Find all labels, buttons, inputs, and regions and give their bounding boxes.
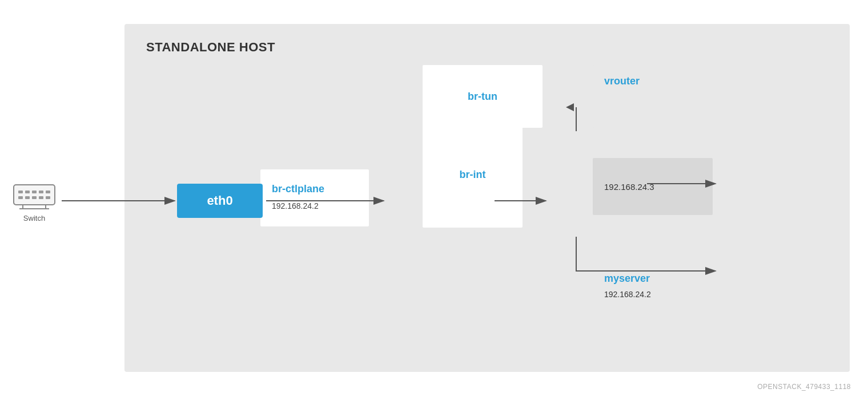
brtun-label: br-tun <box>468 91 497 103</box>
svg-rect-6 <box>18 196 23 199</box>
svg-rect-8 <box>32 196 37 199</box>
vrouter-label: vrouter <box>604 75 640 87</box>
svg-rect-7 <box>25 196 30 199</box>
vrouter-ip: 192.168.24.3 <box>604 182 654 192</box>
vrouter-box: vrouter <box>593 65 713 128</box>
switch-element: Switch <box>11 179 57 222</box>
svg-rect-5 <box>46 191 50 193</box>
brint-label: br-int <box>460 169 486 181</box>
switch-label: Switch <box>23 214 45 222</box>
svg-rect-0 <box>14 185 55 205</box>
myserver-label: myserver <box>604 273 701 285</box>
brint-box: br-int <box>423 122 523 228</box>
brctlplane-box: br-ctlplane 192.168.24.2 <box>260 169 369 226</box>
eth0-box: eth0 <box>177 184 263 218</box>
standalone-host-title: STANDALONE HOST <box>146 40 275 55</box>
footer-text: OPENSTACK_479433_1118 <box>757 383 851 391</box>
switch-icon <box>11 179 57 210</box>
myserver-ip: 192.168.24.2 <box>604 290 651 299</box>
svg-rect-10 <box>46 196 50 199</box>
myserver-box: myserver 192.168.24.2 <box>593 264 713 326</box>
brtun-box: br-tun <box>423 65 542 128</box>
vrouter-ip-box: 192.168.24.3 <box>593 158 713 215</box>
svg-rect-4 <box>39 191 43 193</box>
eth0-label: eth0 <box>207 193 232 208</box>
svg-rect-3 <box>32 191 37 193</box>
svg-rect-9 <box>39 196 43 199</box>
svg-rect-1 <box>18 191 23 193</box>
brctlplane-title: br-ctlplane <box>272 183 324 195</box>
diagram-container: Switch STANDALONE HOST br-tun vrouter br… <box>0 0 868 401</box>
svg-rect-2 <box>25 191 30 193</box>
brctlplane-ip: 192.168.24.2 <box>272 201 319 210</box>
